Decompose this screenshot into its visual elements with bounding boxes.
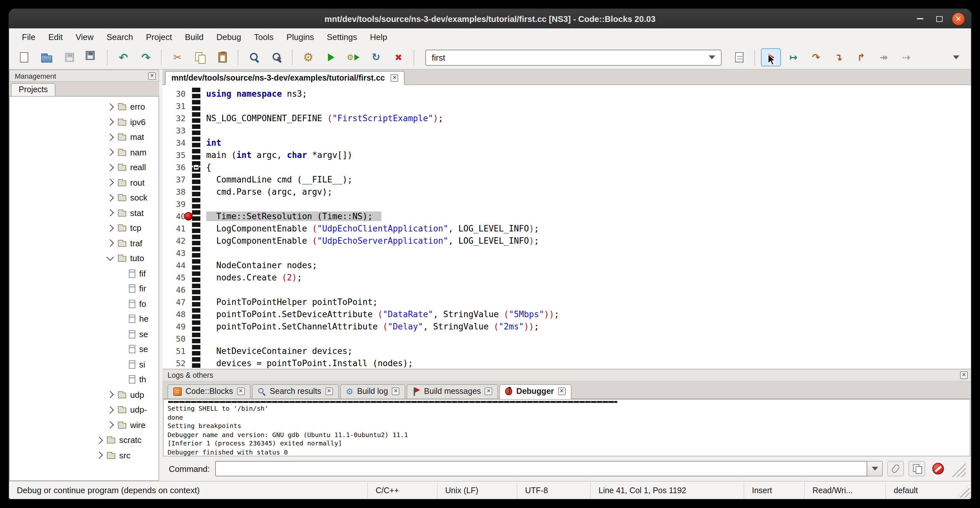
code-line-30[interactable]: 30using namespace ns3; bbox=[162, 88, 971, 100]
tab-close-icon[interactable]: ✕ bbox=[325, 387, 333, 395]
tree-item-fo[interactable]: fo bbox=[10, 296, 159, 311]
logs-tab-search-results[interactable]: Search results✕ bbox=[251, 384, 339, 398]
menu-item-debug[interactable]: Debug bbox=[210, 30, 248, 45]
code-line-35[interactable]: 35main (int argc, char *argv[]) bbox=[162, 149, 971, 161]
line-number[interactable]: 37 bbox=[162, 174, 192, 186]
code-line-42[interactable]: 42 LogComponentEnable ("UdpEchoServerApp… bbox=[162, 235, 971, 247]
line-number[interactable]: 52 bbox=[162, 357, 192, 369]
chevron-right-icon[interactable] bbox=[107, 421, 114, 429]
tree-item-fir[interactable]: fir bbox=[10, 281, 159, 296]
code-line-51[interactable]: 51 NetDeviceContainer devices; bbox=[162, 345, 971, 357]
paste-button[interactable] bbox=[213, 48, 232, 66]
tree-item-tuto[interactable]: tuto bbox=[10, 251, 159, 266]
code-line-37[interactable]: 37 CommandLine cmd (__FILE__); bbox=[162, 174, 971, 186]
code-line-40[interactable]: 40 Time::SetResolution (Time::NS); bbox=[162, 210, 971, 222]
menu-item-help[interactable]: Help bbox=[363, 30, 394, 45]
line-number[interactable]: 36 bbox=[162, 161, 192, 174]
tab-projects[interactable]: Projects bbox=[11, 83, 56, 96]
chevron-right-icon[interactable] bbox=[107, 239, 114, 247]
chevron-right-icon[interactable] bbox=[107, 209, 114, 217]
fold-margin[interactable] bbox=[192, 283, 200, 296]
code-line-49[interactable]: 49 pointToPoint.SetChannelAttribute ("De… bbox=[162, 320, 971, 333]
stop-debugger-button[interactable] bbox=[930, 461, 947, 476]
debugger-log[interactable]: Setting SHELL to '/bin/sh'doneSetting br… bbox=[163, 399, 970, 456]
code-line-32[interactable]: 32NS_LOG_COMPONENT_DEFINE ("FirstScriptE… bbox=[162, 112, 971, 124]
tree-item-fif[interactable]: fif bbox=[10, 266, 159, 281]
code-line-48[interactable]: 48 pointToPoint.SetDeviceAttribute ("Dat… bbox=[162, 308, 971, 320]
step-out-button[interactable]: ↱ bbox=[851, 48, 871, 66]
tree-item-stat[interactable]: stat bbox=[10, 205, 159, 220]
code-line-45[interactable]: 45 nodes.Create (2); bbox=[162, 271, 971, 283]
fold-margin[interactable] bbox=[192, 210, 200, 222]
tree-item-ipv6[interactable]: ipv6 bbox=[10, 115, 159, 130]
tree-item-erro[interactable]: erro bbox=[10, 99, 159, 115]
code-line-50[interactable]: 50 bbox=[162, 333, 971, 345]
save-all-button[interactable] bbox=[82, 48, 102, 66]
fold-margin[interactable] bbox=[192, 271, 200, 283]
code-line-31[interactable]: 31 bbox=[162, 100, 971, 112]
fold-margin[interactable] bbox=[192, 333, 200, 345]
fold-margin[interactable] bbox=[192, 124, 200, 137]
chevron-right-icon[interactable] bbox=[107, 406, 114, 414]
code-line-46[interactable]: 46 bbox=[162, 283, 971, 296]
open-file-button[interactable] bbox=[37, 48, 57, 66]
tree-item-src[interactable]: src bbox=[10, 448, 159, 463]
tree-item-udp-[interactable]: udp- bbox=[10, 402, 159, 417]
line-number[interactable]: 34 bbox=[162, 137, 192, 149]
tree-item-se[interactable]: se bbox=[10, 342, 159, 357]
editor-tab-first-cc[interactable]: mnt/dev/tools/source/ns-3-dev/examples/t… bbox=[165, 71, 405, 85]
chevron-down-icon[interactable] bbox=[709, 56, 715, 59]
tab-close-icon[interactable]: ✕ bbox=[391, 74, 399, 82]
code-line-41[interactable]: 41 LogComponentEnable ("UdpEchoClientApp… bbox=[162, 222, 971, 235]
line-number[interactable]: 35 bbox=[162, 149, 192, 161]
line-number[interactable]: 49 bbox=[162, 320, 192, 333]
code-line-34[interactable]: 34int bbox=[162, 137, 971, 149]
resize-grip[interactable] bbox=[956, 484, 970, 498]
undo-button[interactable]: ↶ bbox=[113, 48, 134, 66]
command-input[interactable] bbox=[215, 461, 867, 476]
line-number[interactable]: 30 bbox=[162, 88, 192, 100]
tree-item-th[interactable]: th bbox=[10, 372, 159, 387]
chevron-right-icon[interactable] bbox=[107, 391, 114, 398]
line-number[interactable]: 32 bbox=[162, 112, 192, 124]
tree-item-wire[interactable]: wire bbox=[10, 417, 159, 433]
step-into-instruction-button[interactable]: ⇢ bbox=[896, 48, 916, 66]
chevron-right-icon[interactable] bbox=[107, 149, 114, 156]
next-line-button[interactable]: ↷ bbox=[806, 48, 826, 66]
minimize-button[interactable] bbox=[914, 13, 926, 25]
chevron-right-icon[interactable] bbox=[107, 103, 114, 111]
fold-margin[interactable] bbox=[192, 296, 200, 308]
tree-item-udp[interactable]: udp bbox=[10, 387, 159, 402]
code-line-52[interactable]: 52 devices = pointToPoint.Install (nodes… bbox=[162, 357, 971, 369]
abort-build-button[interactable]: ✖ bbox=[388, 48, 409, 66]
line-number[interactable]: 43 bbox=[162, 247, 192, 259]
maximize-button[interactable] bbox=[933, 13, 945, 25]
line-number[interactable]: 31 bbox=[162, 100, 192, 112]
line-number[interactable]: 38 bbox=[162, 186, 192, 198]
menu-item-file[interactable]: File bbox=[16, 30, 42, 45]
menu-item-build[interactable]: Build bbox=[178, 30, 210, 45]
code-line-43[interactable]: 43 bbox=[162, 247, 971, 259]
tab-close-icon[interactable]: ✕ bbox=[558, 387, 566, 395]
chevron-right-icon[interactable] bbox=[107, 134, 114, 141]
cut-button[interactable]: ✂ bbox=[167, 48, 188, 66]
code-line-44[interactable]: 44 NodeContainer nodes; bbox=[162, 259, 971, 271]
logs-tab-debugger[interactable]: Debugger✕ bbox=[500, 384, 571, 399]
line-number[interactable]: 42 bbox=[162, 235, 192, 247]
close-button[interactable]: ✕ bbox=[952, 13, 964, 25]
fold-margin[interactable] bbox=[192, 345, 200, 357]
tab-close-icon[interactable]: ✕ bbox=[237, 387, 245, 395]
incremental-search-button[interactable] bbox=[729, 48, 749, 66]
tree-item-se[interactable]: se bbox=[10, 326, 159, 342]
tree-item-mat[interactable]: mat bbox=[10, 130, 159, 145]
line-number[interactable]: 33 bbox=[162, 124, 192, 137]
fold-margin[interactable] bbox=[192, 320, 200, 333]
chevron-down-icon[interactable] bbox=[107, 254, 114, 261]
fold-margin[interactable] bbox=[192, 174, 200, 186]
rebuild-button[interactable]: ↻ bbox=[366, 48, 386, 66]
attach-log-button[interactable] bbox=[887, 461, 904, 476]
fold-margin[interactable] bbox=[192, 112, 200, 124]
menu-item-view[interactable]: View bbox=[69, 30, 100, 45]
run-to-cursor-button[interactable]: ↦ bbox=[783, 48, 803, 66]
tree-item-si[interactable]: si bbox=[10, 357, 159, 372]
